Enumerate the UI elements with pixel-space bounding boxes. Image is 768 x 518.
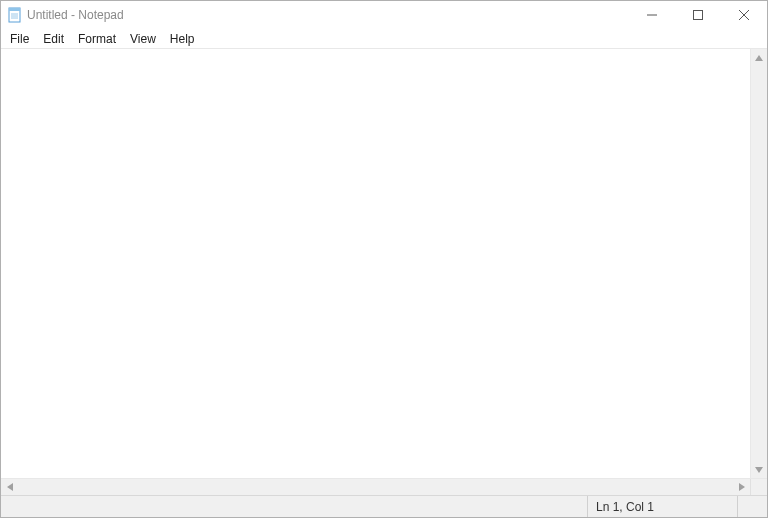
menu-format[interactable]: Format [71, 30, 123, 48]
notepad-icon [7, 7, 23, 23]
scroll-right-icon[interactable] [733, 479, 750, 496]
horizontal-scrollbar-row [1, 478, 767, 495]
status-cursor-position: Ln 1, Col 1 [587, 496, 737, 517]
editor-area [1, 49, 767, 478]
menubar: File Edit Format View Help [1, 29, 767, 49]
scroll-down-icon[interactable] [751, 461, 767, 478]
maximize-button[interactable] [675, 1, 721, 29]
status-grip [737, 496, 767, 517]
statusbar: Ln 1, Col 1 [1, 495, 767, 517]
menu-help[interactable]: Help [163, 30, 202, 48]
svg-marker-12 [739, 483, 745, 491]
svg-rect-6 [694, 11, 703, 20]
notepad-window: Untitled - Notepad File Edit Format View… [0, 0, 768, 518]
scroll-up-icon[interactable] [751, 49, 767, 66]
svg-marker-9 [755, 55, 763, 61]
menu-edit[interactable]: Edit [36, 30, 71, 48]
menu-view[interactable]: View [123, 30, 163, 48]
svg-marker-10 [755, 467, 763, 473]
svg-marker-11 [7, 483, 13, 491]
text-editor[interactable] [1, 49, 750, 478]
scroll-corner [750, 479, 767, 496]
titlebar: Untitled - Notepad [1, 1, 767, 29]
menu-file[interactable]: File [3, 30, 36, 48]
window-title: Untitled - Notepad [27, 8, 124, 22]
horizontal-scrollbar[interactable] [1, 479, 750, 495]
minimize-button[interactable] [629, 1, 675, 29]
scroll-left-icon[interactable] [1, 479, 18, 496]
close-button[interactable] [721, 1, 767, 29]
svg-rect-1 [9, 8, 20, 11]
vertical-scrollbar[interactable] [750, 49, 767, 478]
